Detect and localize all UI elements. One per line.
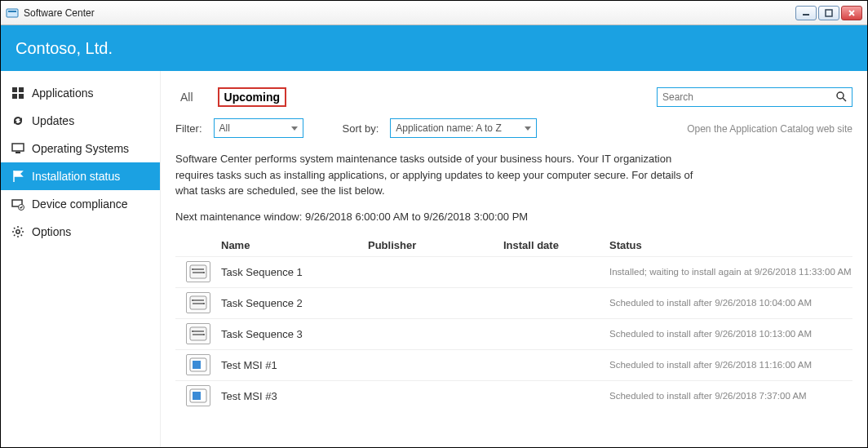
svg-rect-19: [193, 272, 204, 273]
compliance-icon: [11, 197, 25, 211]
filter-label: Filter:: [175, 122, 202, 135]
table-row[interactable]: Task Sequence 2Scheduled to install afte…: [175, 287, 852, 318]
sidebar-item-options[interactable]: Options: [1, 218, 160, 246]
sidebar-item-installation-status[interactable]: Installation status: [1, 162, 160, 190]
description-text: Software Center performs system maintena…: [175, 151, 698, 199]
sidebar-item-device-compliance[interactable]: Device compliance: [1, 190, 160, 218]
svg-rect-33: [193, 361, 201, 369]
task-sequence-icon: [186, 292, 210, 313]
svg-point-14: [16, 230, 20, 233]
search-input[interactable]: [662, 91, 835, 103]
row-icon: [175, 292, 221, 313]
gear-icon: [11, 224, 25, 239]
svg-rect-1: [8, 11, 16, 12]
svg-rect-11: [16, 152, 20, 153]
svg-rect-10: [12, 144, 24, 151]
table-body: Task Sequence 1Installed; waiting to ins…: [175, 256, 852, 411]
sidebar-item-label: Updates: [32, 114, 74, 127]
svg-point-25: [192, 299, 193, 301]
table-header: Name Publisher Install date Status: [175, 234, 852, 256]
sidebar-item-updates[interactable]: Updates: [1, 107, 160, 135]
svg-rect-9: [19, 94, 24, 99]
row-status: Scheduled to install after 9/26/2018 7:3…: [609, 391, 852, 401]
svg-rect-8: [12, 94, 17, 99]
sidebar-item-label: Options: [32, 225, 71, 238]
titlebar: Software Center: [1, 1, 867, 25]
row-icon: [175, 354, 221, 375]
row-name: Task Sequence 2: [221, 297, 368, 309]
row-name: Test MSI #3: [221, 390, 368, 402]
sidebar-item-label: Device compliance: [32, 197, 128, 211]
col-publisher[interactable]: Publisher: [368, 239, 503, 251]
sidebar: Applications Updates Operating Systems I…: [1, 71, 161, 447]
content-area: Applications Updates Operating Systems I…: [1, 71, 867, 447]
app-icon: [6, 7, 19, 20]
close-button[interactable]: [841, 6, 862, 20]
installer-icon: [186, 354, 210, 375]
installer-icon: [186, 385, 210, 406]
main-panel: All Upcoming Filter: All Sort by: Applic…: [161, 71, 867, 447]
row-icon: [175, 323, 221, 344]
svg-line-16: [843, 98, 846, 101]
row-name: Task Sequence 1: [221, 266, 368, 278]
window-title: Software Center: [24, 7, 795, 19]
svg-rect-23: [193, 299, 204, 301]
svg-point-30: [192, 330, 193, 332]
search-box[interactable]: [657, 87, 852, 107]
sidebar-item-operating-systems[interactable]: Operating Systems: [1, 135, 160, 162]
search-icon: [835, 91, 847, 104]
table-row[interactable]: Test MSI #1Scheduled to install after 9/…: [175, 349, 852, 380]
svg-point-21: [203, 272, 205, 273]
svg-point-20: [192, 268, 193, 270]
org-name: Contoso, Ltd.: [16, 39, 113, 58]
svg-rect-35: [193, 392, 201, 400]
sidebar-item-label: Operating Systems: [32, 142, 129, 155]
svg-rect-6: [12, 87, 17, 92]
monitor-icon: [11, 141, 25, 156]
window-controls: [795, 6, 862, 20]
maintenance-window-text: Next maintenance window: 9/26/2018 6:00:…: [175, 211, 852, 223]
svg-point-15: [837, 92, 844, 99]
row-icon: [175, 385, 221, 406]
svg-rect-0: [7, 9, 18, 17]
row-status: Scheduled to install after 9/26/2018 11:…: [609, 360, 852, 370]
sidebar-item-label: Applications: [32, 86, 94, 100]
sort-dropdown[interactable]: Application name: A to Z: [390, 118, 537, 138]
grid-icon: [11, 86, 25, 100]
filter-dropdown[interactable]: All: [214, 118, 303, 138]
task-sequence-icon: [186, 261, 210, 282]
row-status: Installed; waiting to install again at 9…: [609, 267, 852, 277]
row-name: Test MSI #1: [221, 359, 368, 371]
row-icon: [175, 261, 221, 282]
sort-label: Sort by:: [343, 122, 379, 135]
tab-all[interactable]: All: [175, 89, 198, 105]
svg-rect-3: [826, 10, 832, 16]
svg-rect-24: [193, 303, 204, 304]
col-name[interactable]: Name: [221, 239, 368, 251]
sidebar-item-applications[interactable]: Applications: [1, 79, 160, 107]
chevron-down-icon: [525, 126, 531, 131]
row-name: Task Sequence 3: [221, 328, 368, 340]
sidebar-item-label: Installation status: [32, 170, 120, 183]
org-banner: Contoso, Ltd.: [1, 25, 867, 71]
row-status: Scheduled to install after 9/26/2018 10:…: [609, 298, 852, 308]
filter-value: All: [219, 122, 230, 134]
chevron-down-icon: [291, 126, 298, 131]
task-sequence-icon: [186, 323, 210, 344]
col-install-date[interactable]: Install date: [503, 239, 609, 251]
svg-rect-29: [193, 334, 204, 335]
refresh-icon: [11, 113, 25, 128]
maximize-button[interactable]: [818, 6, 839, 20]
status-tabs: All Upcoming: [175, 87, 657, 107]
flag-icon: [11, 169, 25, 184]
table-row[interactable]: Test MSI #3Scheduled to install after 9/…: [175, 380, 852, 411]
svg-rect-18: [193, 268, 204, 270]
svg-point-31: [203, 334, 205, 335]
catalog-link[interactable]: Open the Application Catalog web site: [657, 123, 852, 135]
minimize-button[interactable]: [795, 6, 817, 20]
col-status[interactable]: Status: [609, 239, 852, 251]
sort-value: Application name: A to Z: [396, 122, 501, 134]
tab-upcoming[interactable]: Upcoming: [218, 87, 286, 107]
table-row[interactable]: Task Sequence 1Installed; waiting to ins…: [175, 256, 852, 287]
table-row[interactable]: Task Sequence 3Scheduled to install afte…: [175, 318, 852, 349]
